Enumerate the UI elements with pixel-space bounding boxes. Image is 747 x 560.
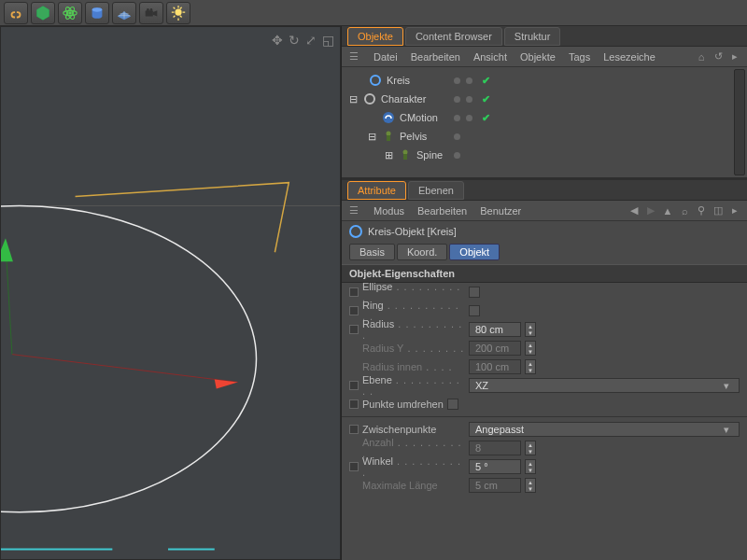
- menu-lesezeichen[interactable]: Lesezeiche: [603, 51, 655, 63]
- panel-menu-icon[interactable]: ☰: [347, 204, 360, 217]
- radius-spinner[interactable]: ▲▼: [525, 322, 536, 337]
- panel-menu-icon[interactable]: ☰: [347, 50, 360, 63]
- menu-ansicht[interactable]: Ansicht: [473, 51, 507, 63]
- search-icon[interactable]: ⌕: [678, 204, 691, 217]
- grid-icon[interactable]: [112, 2, 136, 24]
- tree-row-spine[interactable]: ⊞ Spine: [347, 146, 747, 164]
- param-anim-toggle[interactable]: [349, 287, 359, 297]
- tab-ebenen[interactable]: Ebenen: [408, 181, 464, 200]
- param-anim-toggle[interactable]: [349, 306, 359, 315]
- attribute-subtabs: Basis Koord. Objekt: [342, 242, 747, 264]
- tree-label[interactable]: Spine: [416, 149, 747, 161]
- tree-expander[interactable]: ⊟: [347, 93, 359, 105]
- tree-label[interactable]: Charakter: [381, 93, 747, 105]
- param-anim-toggle[interactable]: [349, 325, 359, 334]
- menu-bearbeiten[interactable]: Bearbeiten: [417, 205, 467, 217]
- svg-point-20: [403, 150, 408, 155]
- chevron-down-icon: ▾: [720, 424, 733, 436]
- home-icon[interactable]: ⌂: [695, 50, 708, 63]
- anzahl-spinner: ▲▼: [525, 441, 536, 455]
- cube-icon[interactable]: [31, 2, 55, 24]
- tree-expander[interactable]: ⊟: [366, 131, 377, 142]
- prop-radius: Radius . . . . . . . . . . 80 cm ▲▼: [342, 320, 747, 339]
- tree-row-charakter[interactable]: ⊟ Charakter ✔: [347, 90, 747, 108]
- prop-ebene: Ebene . . . . . . . . . . . XZ▾: [342, 376, 747, 395]
- subtab-objekt[interactable]: Objekt: [449, 244, 500, 260]
- top-toolbar: [0, 0, 747, 26]
- prop-zwischenpunkte: Zwischenpunkte Angepasst▾: [342, 420, 747, 439]
- tree-label[interactable]: Pelvis: [400, 131, 747, 142]
- character-icon: [362, 91, 377, 106]
- svg-point-4: [92, 7, 103, 11]
- lock-icon[interactable]: ⚲: [695, 204, 708, 217]
- object-tree[interactable]: Kreis ✔ ⊟ Charakter ✔ CMotion ✔: [342, 67, 747, 177]
- tree-row-pelvis[interactable]: ⊟ Pelvis: [347, 127, 747, 146]
- menu-objekte[interactable]: Objekte: [520, 51, 556, 63]
- tree-label[interactable]: CMotion: [400, 112, 747, 123]
- nav-up-icon[interactable]: ▲: [661, 204, 674, 217]
- subtab-basis[interactable]: Basis: [349, 244, 395, 260]
- light-icon[interactable]: [166, 2, 190, 24]
- winkel-spinner[interactable]: ▲▼: [525, 459, 536, 474]
- tree-row-cmotion[interactable]: CMotion ✔: [347, 108, 747, 127]
- subtab-koord[interactable]: Koord.: [397, 244, 447, 260]
- nav-fwd-icon[interactable]: ▶: [644, 204, 657, 217]
- new-icon[interactable]: ◫: [712, 204, 725, 217]
- maxlaenge-spinner: ▲▼: [525, 478, 536, 493]
- anzahl-input: 8: [469, 441, 521, 455]
- radiusy-spinner: ▲▼: [525, 341, 536, 356]
- param-anim-toggle[interactable]: [349, 381, 359, 390]
- objects-tabs: Objekte Content Browser Struktur: [342, 26, 747, 47]
- tab-objekte[interactable]: Objekte: [347, 27, 403, 46]
- svg-rect-19: [387, 135, 390, 141]
- tree-scrollbar[interactable]: [734, 69, 745, 175]
- menu-benutzer[interactable]: Benutzer: [480, 205, 521, 217]
- prop-anzahl: Anzahl . . . . . . . . . . 8 ▲▼: [342, 439, 747, 457]
- prop-maxlaenge: Maximale Länge 5 cm ▲▼: [342, 476, 747, 495]
- radius-input[interactable]: 80 cm: [469, 322, 521, 337]
- joint-icon: [398, 147, 413, 162]
- tab-attribute[interactable]: Attribute: [347, 181, 406, 200]
- tree-label[interactable]: Kreis: [387, 75, 747, 86]
- viewport[interactable]: ✥ ↻ ⤢ ◱: [0, 26, 341, 560]
- zwischenpunkte-dropdown[interactable]: Angepasst▾: [469, 422, 740, 437]
- svg-point-16: [365, 94, 374, 104]
- menu-bearbeiten[interactable]: Bearbeiten: [411, 51, 460, 63]
- svg-line-11: [12, 355, 238, 383]
- tree-expander[interactable]: [353, 75, 364, 86]
- menu-tags[interactable]: Tags: [569, 51, 590, 63]
- param-anim-toggle[interactable]: [349, 462, 359, 471]
- punkte-checkbox[interactable]: [447, 399, 458, 410]
- ebene-dropdown[interactable]: XZ▾: [469, 378, 740, 393]
- param-anim-toggle[interactable]: [349, 425, 359, 434]
- object-title: Kreis-Objekt [Kreis]: [368, 226, 457, 237]
- ring-checkbox[interactable]: [469, 305, 480, 316]
- cylinder-icon[interactable]: [85, 2, 109, 24]
- tree-expander[interactable]: ⊞: [383, 149, 394, 161]
- svg-point-7: [150, 8, 153, 11]
- param-anim-toggle[interactable]: [349, 399, 359, 409]
- atom-icon[interactable]: [58, 2, 82, 24]
- menu-modus[interactable]: Modus: [374, 205, 404, 217]
- prop-punkte-umdrehen: Punkte umdrehen: [342, 395, 747, 413]
- sync-icon[interactable]: ↺: [712, 50, 725, 63]
- attributes-tabs: Attribute Ebenen: [342, 180, 747, 201]
- svg-point-18: [387, 132, 391, 136]
- right-panel: Objekte Content Browser Struktur ☰ Datei…: [341, 26, 747, 560]
- chevron-right-icon[interactable]: ▸: [728, 50, 741, 63]
- prop-radius-innen: Radius innen . . . . 100 cm ▲▼: [342, 357, 747, 376]
- menu-datei[interactable]: Datei: [374, 51, 398, 63]
- tab-content-browser[interactable]: Content Browser: [405, 27, 502, 46]
- chevron-right-icon[interactable]: ▸: [728, 204, 741, 217]
- tree-expander[interactable]: [366, 112, 377, 123]
- tree-row-kreis[interactable]: Kreis ✔: [347, 71, 747, 90]
- camera-icon[interactable]: [139, 2, 163, 24]
- link-icon[interactable]: [4, 2, 28, 24]
- ellipse-checkbox[interactable]: [469, 287, 480, 298]
- circle-spline-icon: [368, 73, 383, 88]
- nav-back-icon[interactable]: ◀: [627, 204, 641, 217]
- tab-struktur[interactable]: Struktur: [504, 27, 561, 46]
- svg-point-3: [68, 11, 72, 15]
- winkel-input[interactable]: 5 °: [469, 459, 521, 474]
- prop-radius-y: Radius Y . . . . . . . . 200 cm ▲▼: [342, 339, 747, 357]
